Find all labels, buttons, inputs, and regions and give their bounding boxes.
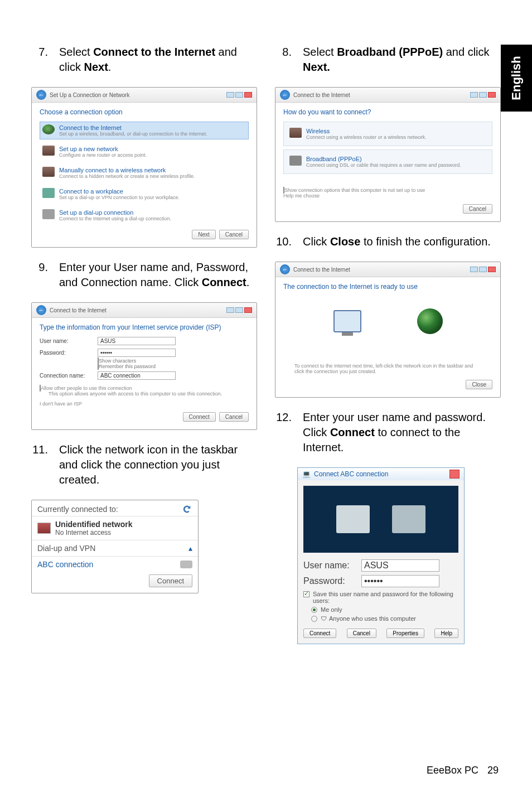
wireless-icon (289, 128, 302, 138)
back-icon[interactable]: ← (280, 264, 290, 274)
username-input[interactable]: ASUS (361, 559, 439, 572)
cancel-button[interactable]: Cancel (347, 629, 376, 638)
network-entry: Unidentified network No Internet access (32, 516, 198, 540)
phone-icon (42, 209, 55, 219)
dialog-heading: How do you want to connect? (283, 108, 492, 116)
step-7: 7. Select Connect to the Internet and cl… (31, 45, 257, 75)
properties-button[interactable]: Properties (386, 629, 424, 638)
screenshot-connection-option: ← Set Up a Connection or Network Choose … (31, 87, 257, 248)
step-text: Select Broadband (PPPoE) and click Next. (303, 45, 501, 75)
cancel-button[interactable]: Cancel (219, 412, 249, 422)
pc-right-icon (392, 505, 425, 533)
option-dialup[interactable]: Set up a dial-up connectionConnect to th… (40, 206, 249, 224)
option-wireless[interactable]: WirelessConnect using a wireless router … (283, 122, 492, 146)
wireless-icon (42, 167, 55, 177)
username-label: User name: (40, 338, 90, 344)
shield-icon: 🛡 (321, 615, 327, 622)
allow-others-checkbox[interactable] (40, 385, 41, 392)
window-title: Connect to the Internet (50, 307, 107, 313)
password-label: Password: (40, 350, 90, 356)
dialup-icon: 💻 (302, 470, 311, 478)
step-text: Enter your User name and, Password, and … (59, 260, 257, 290)
refresh-icon[interactable] (182, 505, 192, 514)
step-text: Enter your user name and password. Click… (303, 410, 501, 455)
network-name: Unidentified network (55, 520, 132, 529)
network-icon (37, 523, 51, 534)
remember-checkbox[interactable] (98, 363, 99, 370)
back-icon[interactable]: ← (36, 305, 46, 315)
window-controls[interactable] (470, 267, 496, 272)
ready-illustration (283, 296, 492, 346)
dialog-title: Connect ABC connection (314, 470, 388, 478)
step-8: 8. Select Broadband (PPPoE) and click Ne… (275, 45, 501, 75)
cancel-button[interactable]: Cancel (463, 204, 492, 214)
username-label: User name: (303, 561, 354, 571)
close-button[interactable]: Close (466, 380, 492, 389)
broadband-icon (289, 156, 302, 166)
close-icon[interactable] (449, 470, 460, 479)
connection-entry[interactable]: ABC connection (32, 556, 198, 572)
page-number: 29 (487, 765, 499, 776)
step-10: 10. Click Close to finish the configurat… (275, 234, 501, 249)
workplace-icon (42, 188, 55, 198)
show-options-checkbox[interactable] (283, 187, 284, 194)
step-9: 9. Enter your User name and, Password, a… (31, 260, 257, 290)
screenshot-network-flyout: Currently connected to: Unidentified net… (31, 500, 199, 593)
help-button[interactable]: Help (434, 629, 458, 638)
connect-button[interactable]: Connect (149, 574, 192, 587)
me-only-radio[interactable] (311, 607, 317, 613)
password-label: Password: (303, 576, 354, 586)
option-broadband[interactable]: Broadband (PPPoE)Connect using DSL or ca… (283, 149, 492, 174)
product-name: EeeBox PC (427, 765, 478, 776)
next-button[interactable]: Next (192, 230, 216, 239)
password-input[interactable]: •••••• (361, 575, 439, 587)
window-controls[interactable] (226, 307, 252, 313)
language-tab: English (501, 45, 532, 112)
globe-icon (42, 124, 55, 134)
screenshot-how-connect: ← Connect to the Internet How do you wan… (275, 87, 501, 222)
connect-button[interactable]: Connect (183, 412, 216, 422)
username-input[interactable]: ASUS (98, 337, 176, 345)
connect-animation (303, 486, 458, 553)
dialog-heading: Choose a connection option (40, 108, 249, 116)
step-number: 11. (31, 442, 48, 487)
expand-icon[interactable]: ▴ (188, 544, 192, 553)
flyout-heading: Currently connected to: (37, 505, 118, 514)
globe-icon (417, 308, 443, 334)
screenshot-connect-dialog: 💻 Connect ABC connection User name:ASUS … (297, 467, 465, 644)
help-choose-link[interactable]: Help me choose (283, 193, 492, 199)
window-controls[interactable] (226, 92, 252, 98)
step-number: 12. (275, 410, 292, 455)
step-12: 12. Enter your user name and password. C… (275, 410, 501, 455)
password-input[interactable]: •••••• (98, 349, 176, 357)
connect-button[interactable]: Connect (303, 629, 336, 638)
save-credentials-checkbox[interactable] (303, 591, 309, 597)
screenshot-ready: ← Connect to the Internet The connection… (275, 262, 501, 398)
option-connect-internet[interactable]: Connect to the InternetSet up a wireless… (40, 122, 249, 139)
step-text: Click Close to finish the configuration. (303, 234, 501, 249)
step-11: 11. Click the network icon in the taskba… (31, 442, 257, 487)
back-icon[interactable]: ← (36, 90, 46, 100)
option-manual-wireless[interactable]: Manually connect to a wireless networkCo… (40, 164, 249, 182)
monitor-icon (333, 310, 361, 332)
connection-name-input[interactable]: ABC connection (98, 371, 176, 380)
page-footer: EeeBox PC 29 (427, 765, 499, 776)
step-number: 10. (275, 234, 292, 249)
step-text: Click the network icon in the taskbar an… (59, 442, 257, 487)
window-title: Connect to the Internet (293, 92, 350, 98)
option-workplace[interactable]: Connect to a workplaceSet up a dial-up o… (40, 185, 249, 203)
ready-tip: To connect to the Internet next time, le… (283, 363, 492, 374)
dialog-heading: Type the information from your Internet … (40, 323, 249, 331)
step-text: Select Connect to the Internet and click… (59, 45, 257, 75)
option-new-network[interactable]: Set up a new networkConfigure a new rout… (40, 143, 249, 161)
step-number: 8. (275, 45, 292, 75)
no-isp-link[interactable]: I don't have an ISP (40, 401, 249, 407)
anyone-radio[interactable] (311, 616, 317, 622)
step-number: 9. (31, 260, 48, 290)
allow-others-desc: This option allows anyone with access to… (49, 391, 249, 397)
dialog-heading: The connection to the Internet is ready … (283, 283, 492, 291)
cancel-button[interactable]: Cancel (219, 230, 249, 239)
window-title: Connect to the Internet (293, 267, 350, 273)
window-controls[interactable] (470, 92, 496, 98)
back-icon[interactable]: ← (280, 90, 290, 100)
